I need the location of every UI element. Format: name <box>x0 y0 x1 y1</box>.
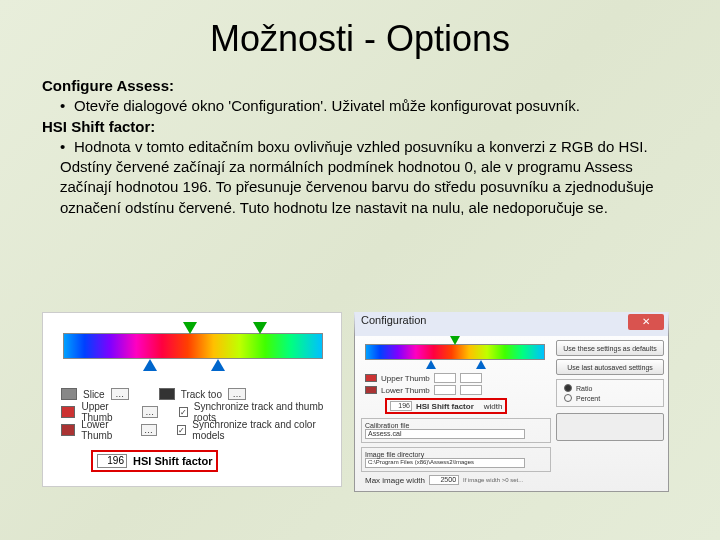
bullet-hsi: Hodnota v tomto editačním boxu ovlivňuje… <box>60 138 653 216</box>
radio-percent: Percent <box>576 395 600 402</box>
label-sync2: Synchronize track and color models <box>192 419 331 441</box>
upper-thumb-marker-icon <box>183 322 197 334</box>
row-lower-b: Lower Thumb <box>361 384 551 396</box>
calib-label: Calibration file <box>365 422 547 429</box>
maxwidth-field[interactable]: 2500 <box>429 475 459 485</box>
defaults-button[interactable]: Use these settings as defaults <box>556 340 664 356</box>
row-maxwidth: Max image width 2500 If image width >0 s… <box>361 472 551 486</box>
maxwidth-label: Max image width <box>365 476 425 485</box>
label-track: Track too <box>181 389 222 400</box>
hue-spectrum-small <box>365 344 545 360</box>
label-slice: Slice <box>83 389 105 400</box>
group-imagedir: Image file directory C:\Program Files (x… <box>361 447 551 472</box>
color-field[interactable] <box>460 385 482 395</box>
color-field[interactable] <box>460 373 482 383</box>
label-lower-b: Lower Thumb <box>381 386 430 395</box>
slide-title: Možnosti - Options <box>0 0 720 68</box>
row-upper-b: Upper Thumb <box>361 372 551 384</box>
group-calibration: Calibration file Assess.cal <box>361 418 551 443</box>
lower-thumb-marker-icon <box>211 359 225 371</box>
heading-configure: Configure Assess: <box>42 77 174 94</box>
lower-thumb-marker-icon <box>426 360 436 369</box>
hsi-label: HSI Shift factor <box>133 455 212 467</box>
heading-hsi: HSI Shift factor: <box>42 118 155 135</box>
color-field[interactable] <box>434 373 456 383</box>
close-icon[interactable]: ✕ <box>628 314 664 330</box>
picker-button[interactable]: … <box>111 388 129 400</box>
radio-icon[interactable] <box>564 394 572 402</box>
width-label: width <box>484 402 503 411</box>
lower-thumb-marker-icon <box>143 359 157 371</box>
hsi-highlight-box-b: 196 HSI Shift factor width <box>385 398 507 414</box>
picker-button[interactable]: … <box>228 388 246 400</box>
dialog-title: Configuration <box>361 314 426 326</box>
imgdir-label: Image file directory <box>365 451 547 458</box>
hue-spectrum <box>63 333 323 359</box>
hsi-value-input-b[interactable]: 196 <box>390 401 412 411</box>
checkbox-icon[interactable]: ✓ <box>177 425 186 435</box>
maxwidth-hint: If image width >0 set... <box>463 477 523 483</box>
slide-body: Configure Assess: •Otevře dialogové okno… <box>0 68 720 218</box>
group-radio: Ratio Percent <box>556 379 664 407</box>
radio-ratio: Ratio <box>576 385 592 392</box>
lower-thumb-marker-icon <box>476 360 486 369</box>
side-button[interactable] <box>556 413 664 441</box>
bullet-configure: Otevře dialogové okno 'Configuration'. U… <box>74 97 580 114</box>
radio-icon[interactable] <box>564 384 572 392</box>
checkbox-icon[interactable]: ✓ <box>179 407 188 417</box>
label-upper-b: Upper Thumb <box>381 374 430 383</box>
figure-row: Slice … Track too … Upper Thumb … ✓ Sync… <box>42 312 678 502</box>
picker-button[interactable]: … <box>142 406 158 418</box>
imgdir-field[interactable]: C:\Program Files (x86)\Assess2\Images <box>365 458 525 468</box>
calib-field[interactable]: Assess.cal <box>365 429 525 439</box>
picker-button[interactable]: … <box>141 424 157 436</box>
hsi-highlight-box: 196 HSI Shift factor <box>91 450 218 472</box>
slider-config-figure: Slice … Track too … Upper Thumb … ✓ Sync… <box>42 312 342 487</box>
lastsave-button[interactable]: Use last autosaved settings <box>556 359 664 375</box>
hsi-value-input[interactable]: 196 <box>97 454 127 468</box>
hsi-label-b: HSI Shift factor <box>416 402 474 411</box>
upper-thumb-marker-icon <box>253 322 267 334</box>
label-lower: Lower Thumb <box>81 419 134 441</box>
row-lower: Lower Thumb … ✓ Synchronize track and co… <box>61 421 331 439</box>
color-field[interactable] <box>434 385 456 395</box>
upper-thumb-marker-icon <box>450 336 460 345</box>
configuration-dialog-figure: Configuration ✕ Upper Thumb Lower Thumb <box>354 312 669 492</box>
